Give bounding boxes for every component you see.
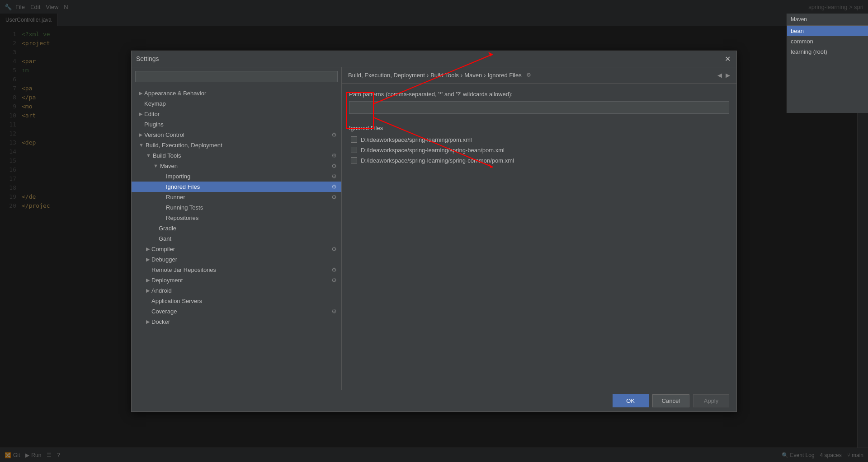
tree-item-label: Build Tools [153,152,181,159]
maven-item-label: learning (root) [791,48,827,55]
tree-item-debugger[interactable]: ▶ Debugger [132,254,341,265]
ok-button[interactable]: OK [613,394,649,407]
tree-gear-icon: ⚙ [331,277,338,283]
tree-gear-icon: ⚙ [331,173,338,179]
search-box [132,67,341,86]
tree-gear-icon: ⚙ [331,308,338,314]
file-list-item: D:/ideaworkspace/spring-learning/spring-… [349,145,729,155]
tree-gear-icon: ⚙ [331,246,338,252]
breadcrumb-sep3: › [484,72,486,79]
nav-forward-icon[interactable]: ▶ [726,72,730,79]
path-patterns-input[interactable] [349,101,729,114]
expand-arrow: ▼ [153,163,158,168]
modal-footer: OK Cancel Apply [132,390,736,411]
tree-item-remote-jar[interactable]: ▶ Remote Jar Repositories ⚙ [132,265,341,275]
tree-item-compiler[interactable]: ▶ Compiler ⚙ [132,244,341,254]
apply-button[interactable]: Apply [693,394,729,407]
tree-item-maven[interactable]: ▼ Maven ⚙ [132,161,341,171]
maven-item-bean[interactable]: bean [787,26,868,36]
tree-item-label: Docker [151,318,170,325]
tree-gear-icon: ⚙ [331,183,338,190]
tree-item-label: Maven [160,163,178,169]
tree-gear-icon: ⚙ [331,131,338,138]
maven-item-common[interactable]: common [787,36,868,47]
breadcrumb-sep2: › [461,72,462,79]
file-checkbox-1[interactable] [351,136,357,143]
tree-item-label: Remote Jar Repositories [151,266,216,273]
tree-gear-icon: ⚙ [331,163,338,169]
breadcrumb: Build, Execution, Deployment › Build Too… [342,67,736,84]
modal-overlay: Settings ✕ ▶ Appearance & Behavior ▶ [0,0,868,462]
tree-item-running-tests[interactable]: ▶ Running Tests [132,202,341,213]
maven-panel: Maven bean common learning (root) [787,14,868,113]
ignored-files-title: Ignored Files [349,125,729,131]
expand-arrow: ▶ [139,111,142,117]
file-list-item: D:/ideaworkspace/spring-learning/pom.xml [349,135,729,145]
expand-arrow: ▶ [146,319,150,325]
search-input[interactable] [135,71,338,82]
expand-arrow: ▼ [146,153,151,158]
expand-arrow: ▶ [146,277,150,283]
breadcrumb-part4: Ignored Files [488,72,522,79]
tree-item-label: Build, Execution, Deployment [146,142,222,149]
file-path-2: D:/ideaworkspace/spring-learning/spring-… [361,147,505,154]
tree-item-label: Version Control [144,131,184,138]
modal-titlebar: Settings ✕ [132,51,736,67]
content-area: Path patterns (comma-separated, '*' and … [342,84,736,390]
file-checkbox-3[interactable] [351,157,357,163]
breadcrumb-settings-icon: ⚙ [526,72,531,78]
tree-item-deployment[interactable]: ▶ Deployment ⚙ [132,275,341,285]
ignored-files-section: Ignored Files D:/ideaworkspace/spring-le… [349,125,729,165]
tree-item-importing[interactable]: ▶ Importing ⚙ [132,171,341,182]
tree-item-label: Android [151,287,172,294]
tree-item-build-tools[interactable]: ▼ Build Tools ⚙ [132,150,341,161]
tree-item-label: Appearance & Behavior [144,90,206,97]
tree-item-repositories[interactable]: ▶ Repositories [132,213,341,223]
maven-panel-title: Maven [791,16,807,23]
tree-item-label: Editor [144,111,160,117]
tree-item-gradle[interactable]: ▶ Gradle [132,223,341,233]
breadcrumb-part1: Build, Execution, Deployment [348,72,425,79]
expand-arrow: ▶ [146,246,150,252]
nav-back-icon[interactable]: ◀ [717,72,722,79]
tree-item-android[interactable]: ▶ Android [132,285,341,296]
settings-content: Build, Execution, Deployment › Build Too… [342,67,736,390]
tree-item-label: Plugins [144,121,164,128]
tree-item-docker[interactable]: ▶ Docker [132,317,341,327]
expand-arrow: ▶ [146,288,150,294]
path-patterns-label: Path patterns (comma-separated, '*' and … [349,91,729,98]
tree-item-version-control[interactable]: ▶ Version Control ⚙ [132,130,341,140]
file-checkbox-2[interactable] [351,147,357,153]
modal-body: ▶ Appearance & Behavior ▶ Keymap ▶ Edito… [132,67,736,390]
expand-arrow: ▼ [139,142,144,148]
tree-item-label: Runner [166,194,185,201]
tree-item-editor[interactable]: ▶ Editor [132,109,341,119]
expand-arrow: ▶ [139,90,142,96]
tree-item-label: Ignored Files [166,183,200,190]
modal-close-button[interactable]: ✕ [723,54,732,63]
tree-container: ▶ Appearance & Behavior ▶ Keymap ▶ Edito… [132,86,341,390]
tree-item-gant[interactable]: ▶ Gant [132,233,341,244]
tree-item-label: Running Tests [166,204,203,211]
tree-item-appearance[interactable]: ▶ Appearance & Behavior [132,88,341,98]
tree-item-label: Coverage [151,308,177,315]
expand-arrow: ▶ [139,132,142,138]
tree-item-coverage[interactable]: ▶ Coverage ⚙ [132,306,341,317]
tree-item-ignored-files[interactable]: ▶ Ignored Files ⚙ [132,182,341,192]
breadcrumb-sep1: › [427,72,429,79]
tree-item-keymap[interactable]: ▶ Keymap [132,98,341,109]
tree-gear-icon: ⚙ [331,152,338,159]
file-path-1: D:/ideaworkspace/spring-learning/pom.xml [361,136,472,143]
tree-item-label: Compiler [151,246,175,252]
tree-item-runner[interactable]: ▶ Runner ⚙ [132,192,341,202]
cancel-button[interactable]: Cancel [652,394,689,407]
file-path-3: D:/ideaworkspace/spring-learning/spring-… [361,157,514,164]
tree-item-plugins[interactable]: ▶ Plugins [132,119,341,130]
tree-item-build-exec[interactable]: ▼ Build, Execution, Deployment [132,140,341,150]
maven-item-learning[interactable]: learning (root) [787,47,868,57]
tree-item-label: Importing [166,173,190,180]
maven-item-label: bean [791,28,804,34]
tree-item-label: Gradle [159,225,176,232]
tree-item-label: Debugger [151,256,177,263]
tree-item-app-servers[interactable]: ▶ Application Servers [132,296,341,306]
